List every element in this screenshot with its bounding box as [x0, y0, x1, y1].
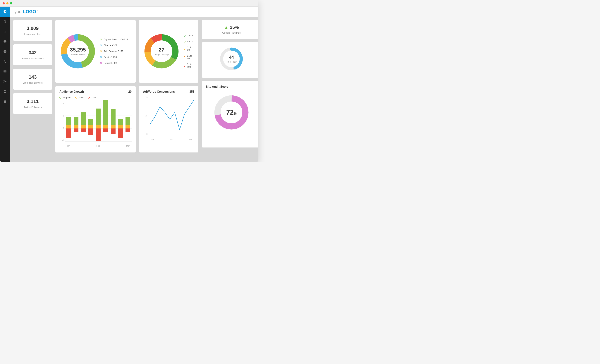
- legend-item: 11 to 20: [184, 46, 194, 51]
- bar-group: [96, 103, 101, 141]
- clipboard-icon: [3, 100, 7, 103]
- nav-phone[interactable]: [0, 56, 10, 66]
- trust-flow-card[interactable]: 44 Trust Flow: [202, 42, 258, 78]
- audience-growth-title: Audience Growth: [59, 90, 84, 93]
- adwords-total: 353: [189, 90, 194, 93]
- legend-item: Paid Search - 6,177: [100, 50, 128, 53]
- site-audit-card[interactable]: Site Audit Score 72%: [202, 81, 258, 148]
- linkedin-followers-value: 143: [15, 74, 50, 80]
- youtube-subs-value: 342: [15, 50, 50, 56]
- bar-group: [81, 103, 86, 141]
- maximize-icon[interactable]: [10, 2, 12, 4]
- legend-item: Email - 1,228: [100, 56, 128, 58]
- adwords-title: AdWords Conversions: [143, 90, 175, 93]
- google-rankings-label: Google Rankings: [154, 54, 169, 56]
- youtube-subs-label: Youtube Subscribers: [15, 57, 50, 60]
- legend-item: Organic: [59, 96, 71, 99]
- legend-swatch: [100, 62, 102, 64]
- main-panel: yourLOGO™ 3,009 Facebook Likes 342 Youtu…: [10, 7, 258, 162]
- linkedin-followers-card[interactable]: 143 Linkedin Followers: [13, 69, 52, 90]
- bar-group: [118, 103, 123, 141]
- legend-swatch: [100, 45, 102, 46]
- topbar: yourLOGO™: [10, 7, 258, 17]
- site-audit-title: Site Audit Score: [206, 85, 257, 88]
- target-icon: [3, 50, 7, 53]
- site-audit-value: 72: [226, 109, 234, 116]
- legend-label: 51 to 100: [187, 63, 194, 68]
- facebook-likes-card[interactable]: 3,009 Facebook Likes: [13, 20, 52, 41]
- legend-swatch: [100, 50, 102, 52]
- user-icon: [3, 90, 7, 93]
- legend-item: 1 to 3: [184, 34, 194, 37]
- adwords-line-chart: [149, 96, 194, 135]
- trust-flow-value: 44: [226, 55, 237, 60]
- brand-logo: yourLOGO™: [14, 9, 38, 14]
- close-icon[interactable]: [3, 2, 5, 4]
- nav-clipboard[interactable]: [0, 96, 10, 106]
- legend-item: Paid: [75, 96, 84, 99]
- legend-label: 4 to 10: [187, 40, 194, 43]
- nav-send[interactable]: [0, 76, 10, 86]
- bar-group: [111, 103, 115, 141]
- nav-analytics[interactable]: [0, 27, 10, 37]
- audience-growth-legend: OrganicPaidLost: [59, 96, 131, 99]
- website-visitors-card[interactable]: 35,295 Website Visitors Organic Search -…: [55, 20, 136, 83]
- nav-mail[interactable]: [0, 66, 10, 76]
- bar-chart-icon: [3, 30, 7, 33]
- legend-label: Direct - 9,324: [104, 44, 117, 47]
- google-rankings-change-card[interactable]: ▲25% Google Rankings: [202, 20, 258, 39]
- search-icon: [3, 20, 7, 23]
- site-audit-pct: %: [234, 112, 237, 115]
- legend-label: 21 to 50: [187, 55, 194, 60]
- trust-flow-label: Trust Flow: [226, 61, 237, 63]
- legend-swatch: [59, 97, 61, 99]
- google-rankings-total: 27: [154, 47, 169, 53]
- sidebar: [0, 7, 10, 162]
- linkedin-followers-label: Linkedin Followers: [15, 81, 50, 84]
- legend-swatch: [184, 48, 185, 50]
- youtube-subs-card[interactable]: 342 Youtube Subscribers: [13, 44, 52, 65]
- adwords-yaxis: 23158: [143, 96, 148, 135]
- nav-target[interactable]: [0, 47, 10, 56]
- titlebar: [0, 0, 258, 7]
- nav-user[interactable]: [0, 86, 10, 96]
- bar-group: [74, 103, 78, 141]
- legend-item: 51 to 100: [184, 63, 194, 68]
- nav-chat[interactable]: [0, 37, 10, 47]
- send-icon: [3, 80, 7, 83]
- legend-swatch: [75, 97, 77, 99]
- legend-item: Referral - 966: [100, 62, 128, 65]
- legend-swatch: [184, 56, 185, 58]
- legend-label: Referral - 966: [104, 62, 117, 65]
- adwords-card[interactable]: AdWords Conversions 353 23158 Jan: [139, 86, 198, 152]
- minimize-icon[interactable]: [6, 2, 9, 4]
- legend-swatch: [184, 65, 185, 67]
- bar-group: [103, 103, 108, 141]
- audience-growth-card[interactable]: Audience Growth 20 OrganicPaidLost 420-2: [55, 86, 136, 152]
- facebook-likes-label: Facebook Likes: [15, 33, 50, 36]
- mail-icon: [3, 70, 7, 73]
- nav-dashboard[interactable]: [0, 7, 10, 17]
- audience-growth-total: 20: [128, 90, 131, 93]
- legend-swatch: [184, 41, 186, 42]
- legend-item: Lost: [88, 96, 96, 99]
- legend-label: Lost: [92, 96, 96, 99]
- legend-swatch: [184, 35, 186, 37]
- nav-search[interactable]: [0, 17, 10, 27]
- app-window: yourLOGO™ 3,009 Facebook Likes 342 Youtu…: [0, 0, 258, 162]
- phone-icon: [3, 60, 7, 63]
- legend-label: Email - 1,228: [104, 56, 117, 58]
- legend-swatch: [88, 97, 90, 99]
- legend-item: Direct - 9,324: [100, 44, 128, 47]
- twitter-followers-card[interactable]: 3,111 Twitter Followers: [13, 93, 52, 114]
- legend-label: Organic: [63, 96, 71, 99]
- legend-item: Organic Search - 16,028: [100, 38, 128, 41]
- legend-swatch: [100, 56, 102, 58]
- google-rankings-card[interactable]: 27 Google Rankings 1 to 34 to 1011 to 20…: [139, 20, 198, 83]
- twitter-followers-value: 3,111: [15, 99, 50, 104]
- google-rankings-change-label: Google Rankings: [204, 31, 258, 34]
- bar-group: [66, 103, 71, 141]
- google-rankings-legend: 1 to 34 to 1011 to 2021 to 5051 to 100: [184, 34, 194, 68]
- twitter-followers-label: Twitter Followers: [15, 106, 50, 109]
- website-visitors-total: 35,295: [70, 47, 86, 53]
